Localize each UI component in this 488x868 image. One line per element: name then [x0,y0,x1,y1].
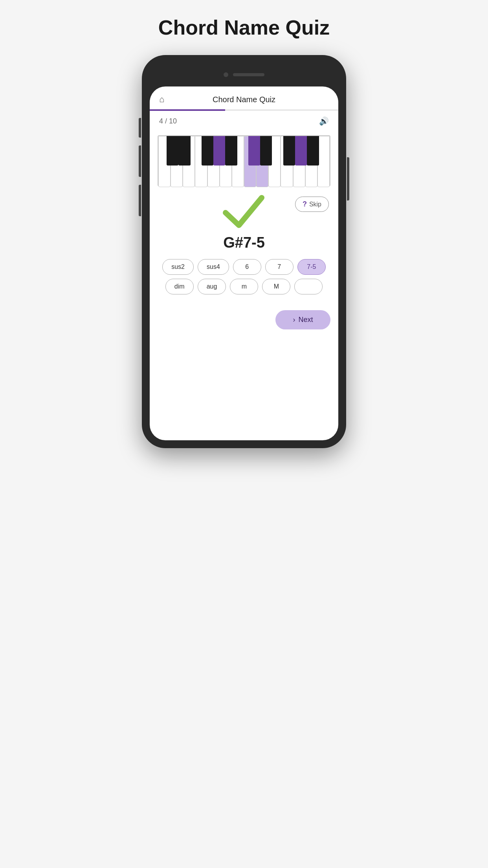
skip-question-icon: ? [303,200,307,208]
skip-label: Skip [309,201,321,208]
next-chevron-icon: › [293,316,295,324]
phone-side-silent [139,185,141,216]
answer-btn-sus2[interactable]: sus2 [162,259,194,275]
app-header: ⌂ Chord Name Quiz [150,86,338,109]
white-key-8-active [244,136,256,187]
home-icon[interactable]: ⌂ [159,94,164,105]
next-label: Next [298,316,313,324]
white-key-10 [268,136,281,187]
white-key-13 [305,136,317,187]
white-key-12 [293,136,305,187]
quiz-progress-text: 4 / 10 [159,117,177,125]
phone-screen: ⌂ Chord Name Quiz 4 / 10 🔊 [150,86,338,440]
phone-side-volume-down [139,145,141,177]
white-key-3 [183,136,195,187]
piano-container [158,135,330,186]
phone-side-volume-up [139,118,141,138]
correct-checkmark [222,194,266,231]
answer-row-1: sus2 sus4 6 7 7-5 [158,259,330,275]
sound-icon[interactable]: 🔊 [319,116,329,126]
white-key-4 [195,136,207,187]
phone-frame: ⌂ Chord Name Quiz 4 / 10 🔊 [142,55,346,448]
phone-side-power [347,157,349,200]
phone-camera-area [224,72,264,77]
white-key-7 [232,136,244,187]
white-key-2 [171,136,183,187]
chord-name-display: G#7-5 [150,234,338,251]
answer-btn-aug[interactable]: aug [198,279,226,294]
page-main-title: Chord Name Quiz [158,16,330,39]
answer-btn-m[interactable]: m [230,279,258,294]
app-header-title: Chord Name Quiz [213,95,275,104]
answer-buttons: sus2 sus4 6 7 7-5 dim aug m M [150,259,338,306]
answer-btn-sus4[interactable]: sus4 [198,259,229,275]
answer-area: ? Skip [150,193,338,232]
skip-button[interactable]: ? Skip [295,197,329,212]
answer-btn-7[interactable]: 7 [265,259,294,275]
white-key-6 [220,136,232,187]
white-key-9-active [256,136,268,187]
answer-btn-M[interactable]: M [262,279,290,294]
white-key-1 [158,136,171,187]
answer-btn-dim[interactable]: dim [165,279,194,294]
white-keys [158,136,330,186]
answer-btn-empty[interactable] [294,279,323,294]
next-button-container: › Next [150,306,338,339]
answer-btn-7-5[interactable]: 7-5 [297,259,326,275]
white-key-11 [281,136,293,187]
phone-camera-dot [224,72,228,77]
answer-btn-6[interactable]: 6 [233,259,261,275]
phone-speaker [233,73,264,76]
white-key-5 [207,136,220,187]
white-key-14 [317,136,330,187]
next-button[interactable]: › Next [275,310,330,329]
piano-keyboard [158,135,330,186]
phone-top-bar [150,63,338,86]
answer-row-2: dim aug m M [158,279,330,294]
quiz-meta: 4 / 10 🔊 [150,111,338,129]
